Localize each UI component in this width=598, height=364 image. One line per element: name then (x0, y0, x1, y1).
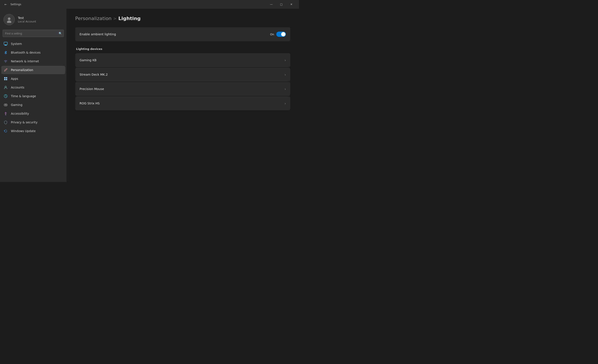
close-button[interactable]: ✕ (286, 0, 296, 9)
app-body: Test Local Account 🔍 System Bluetooth & … (0, 9, 299, 182)
svg-point-14 (6, 105, 7, 106)
breadcrumb: Personalization > Lighting (75, 16, 290, 21)
sidebar-item-time[interactable]: Time & language (1, 92, 65, 100)
sidebar-item-accounts[interactable]: Accounts (1, 83, 65, 91)
sidebar-item-privacy[interactable]: Privacy & security (1, 118, 65, 126)
sidebar-item-personalization[interactable]: Personalization (1, 66, 65, 74)
svg-rect-7 (6, 77, 7, 78)
apps-icon (3, 76, 8, 81)
svg-point-13 (6, 105, 7, 105)
devices-section-label: Lighting devices (75, 47, 290, 50)
privacy-icon (3, 120, 8, 124)
ambient-lighting-label: Enable ambient lighting (80, 33, 116, 36)
sidebar-item-bluetooth[interactable]: Bluetooth & devices (1, 48, 65, 57)
device-name: Stream Deck MK.2 (80, 73, 108, 76)
user-section: Test Local Account (0, 12, 66, 30)
sidebar-item-network[interactable]: Network & internet (1, 57, 65, 65)
svg-rect-9 (6, 79, 7, 80)
sidebar: Test Local Account 🔍 System Bluetooth & … (0, 9, 66, 182)
device-item[interactable]: ROG Strix HS › (75, 96, 290, 110)
svg-rect-6 (4, 77, 5, 78)
breadcrumb-parent[interactable]: Personalization (75, 16, 112, 21)
network-icon (3, 59, 8, 63)
sidebar-item-label: Accessibility (11, 112, 29, 115)
device-name: Gaming KB (80, 58, 97, 62)
ambient-lighting-toggle[interactable] (276, 32, 286, 37)
update-icon (3, 129, 8, 133)
chevron-right-icon: › (285, 87, 286, 91)
device-item[interactable]: Gaming KB › (75, 53, 290, 67)
sidebar-item-label: Network & internet (11, 59, 39, 63)
chevron-right-icon: › (285, 101, 286, 106)
toggle-state-text: On (270, 33, 274, 36)
maximize-button[interactable]: □ (276, 0, 286, 9)
toggle-thumb (281, 32, 285, 36)
maximize-icon: □ (280, 3, 282, 6)
device-name: Precision Mouse (80, 87, 104, 91)
svg-rect-5 (4, 45, 7, 46)
svg-point-1 (8, 17, 10, 20)
svg-rect-8 (4, 79, 5, 80)
sidebar-item-label: Personalization (11, 68, 33, 72)
time-icon (3, 94, 8, 98)
svg-rect-3 (4, 42, 8, 45)
sidebar-item-label: System (11, 42, 22, 46)
sidebar-item-label: Privacy & security (11, 121, 37, 124)
sidebar-item-label: Bluetooth & devices (11, 51, 41, 54)
sidebar-item-update[interactable]: Windows Update (1, 127, 65, 135)
sidebar-item-system[interactable]: System (1, 40, 65, 48)
nav-list: System Bluetooth & devices Network & int… (0, 40, 66, 136)
minimize-icon: — (270, 3, 273, 6)
user-account-type: Local Account (18, 20, 36, 23)
accounts-icon (3, 85, 8, 90)
window-controls: — □ ✕ (266, 0, 296, 9)
sidebar-item-gaming[interactable]: Gaming (1, 101, 65, 109)
search-box: 🔍 (3, 30, 64, 37)
search-icon: 🔍 (59, 32, 62, 35)
bluetooth-icon (3, 50, 8, 55)
chevron-right-icon: › (285, 73, 286, 77)
chevron-right-icon: › (285, 58, 286, 62)
svg-point-15 (5, 112, 6, 113)
search-input[interactable] (3, 30, 64, 37)
sidebar-item-label: Accounts (11, 86, 25, 89)
sidebar-item-label: Gaming (11, 103, 22, 107)
main-content: Personalization > Lighting Enable ambien… (66, 9, 299, 182)
user-info: Test Local Account (18, 16, 36, 23)
titlebar-title: Settings (10, 3, 266, 6)
avatar (3, 14, 15, 25)
titlebar: ← Settings — □ ✕ (0, 0, 299, 9)
accessibility-icon (3, 111, 8, 116)
system-icon (3, 42, 8, 46)
close-icon: ✕ (290, 3, 292, 6)
back-arrow-icon: ← (4, 3, 7, 6)
gaming-icon (3, 103, 8, 107)
device-item[interactable]: Stream Deck MK.2 › (75, 67, 290, 82)
titlebar-back-button[interactable]: ← (3, 1, 9, 8)
personalization-icon (3, 68, 8, 72)
sidebar-item-label: Time & language (11, 94, 36, 98)
device-item[interactable]: Precision Mouse › (75, 82, 290, 96)
minimize-button[interactable]: — (266, 0, 276, 9)
sidebar-item-apps[interactable]: Apps (1, 74, 65, 83)
device-name: ROG Strix HS (80, 102, 100, 105)
ambient-lighting-row: Enable ambient lighting On (75, 27, 290, 41)
sidebar-item-accessibility[interactable]: Accessibility (1, 109, 65, 118)
sidebar-item-label: Apps (11, 77, 18, 80)
breadcrumb-current: Lighting (118, 16, 141, 21)
sidebar-item-label: Windows Update (11, 129, 35, 133)
user-name: Test (18, 16, 36, 20)
toggle-right: On (270, 32, 286, 37)
device-list: Gaming KB › Stream Deck MK.2 › Precision… (75, 53, 290, 110)
breadcrumb-separator: > (113, 16, 116, 21)
